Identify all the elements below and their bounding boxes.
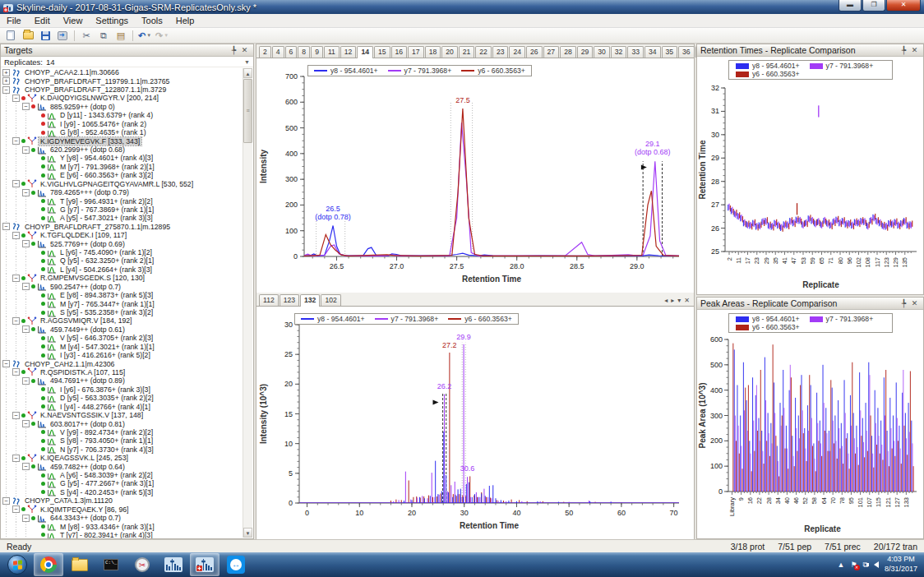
pin-icon[interactable]: ╄ (229, 45, 239, 56)
close-tab-icon[interactable]: ✕ (684, 297, 690, 304)
tree-item-prot[interactable]: −CHOYP_BRAFLDRAFT_275870.1.1|m.12895 (2, 223, 243, 231)
menu-edit[interactable]: Edit (28, 15, 57, 26)
chromatogram-tab-36[interactable]: 36 (678, 46, 695, 58)
tree-item-prot[interactable]: +CHOYP_BRAFLDRAFT_119799.1.1|m.23765 (2, 76, 243, 85)
chevron-down-icon[interactable]: ▼ (244, 59, 250, 65)
chromatogram-tab-8[interactable]: 8 (298, 46, 310, 58)
chromatogram-tab-14[interactable]: 14 (357, 46, 373, 58)
pin-icon[interactable]: ╄ (899, 45, 909, 56)
chromatogram-tab-35[interactable]: 35 (662, 46, 678, 58)
collapse-icon[interactable]: − (12, 137, 20, 145)
collapse-icon[interactable]: − (22, 515, 30, 522)
close-icon[interactable]: ✕ (909, 45, 920, 56)
start-button[interactable] (2, 553, 32, 576)
tree-item-pep[interactable]: −R.GMPEMVSGEDK.S [120, 130] (2, 274, 243, 282)
tree-item-tran[interactable]: E [y6] - 660.3563+ (rank 3)[2] (2, 171, 243, 179)
taskbar-skyline-daily-button[interactable] (190, 553, 219, 576)
tree-item-tran[interactable]: L [y4] - 504.2664+ (rank 3)[3] (2, 265, 243, 274)
chromatogram-top-plot[interactable]: 26.527.027.528.028.529.00100200300400500… (256, 58, 692, 293)
tree-item-tran[interactable]: E [y8] - 894.3873+ (rank 5)[3] (2, 291, 243, 299)
chromatogram-tab-34[interactable]: 34 (644, 46, 661, 58)
tree-item-pep[interactable]: −K.VIGLHVLGPNAGEITQGYAVAMR.L [530, 552] (2, 179, 243, 187)
scroll-up-icon[interactable]: ▲ (243, 68, 252, 78)
collapse-icon[interactable]: − (2, 360, 10, 367)
chromatogram-tab-16[interactable]: 16 (391, 46, 408, 58)
tree-item-tran[interactable]: T [y9] - 996.4931+ (rank 2)[2] (2, 196, 243, 205)
tree-item-tran[interactable]: T [y7] - 802.3941+ (rank 4)[3] (2, 531, 243, 538)
replicate-tab-123[interactable]: 123 (280, 294, 299, 306)
tree-item-tran[interactable]: V [y9] - 892.4734+ (rank 2)[2] (2, 428, 243, 436)
expand-icon[interactable]: + (2, 77, 10, 85)
tree-item-pep[interactable]: −K.NAEVSNTGSSIK.V [137, 148] (2, 411, 243, 419)
chromatogram-tab-32[interactable]: 32 (611, 46, 627, 58)
tree-item-tran[interactable]: Q [y5] - 632.3250+ (rank 2)[1] (2, 256, 243, 265)
tree-item-prot[interactable]: −CHOYP_BRAFLDRAFT_122807.1.1|m.3729 (2, 85, 243, 94)
chromatogram-tab-30[interactable]: 30 (594, 46, 610, 58)
close-icon[interactable]: ✕ (909, 298, 920, 309)
volume-icon[interactable] (874, 561, 879, 568)
tree-item-tran[interactable]: I [y9] - 1065.5476+ (rank 2) (2, 120, 243, 128)
tree-item-tran[interactable]: D [y5] - 563.3035+ (rank 2)[2] (2, 394, 243, 402)
tree-item-tran[interactable]: M [y8] - 933.4346+ (rank 3)[1] (2, 522, 243, 530)
chromatogram-tab-23[interactable]: 23 (492, 46, 509, 58)
chromatogram-tab-11[interactable]: 11 (324, 46, 340, 58)
tree-item-prot[interactable]: +CHOYP_ACAA2.1.1|m.30666 (2, 68, 243, 76)
chromatogram-bottom[interactable]: y8 - 954.4601+y7 - 791.3968+y6 - 660.356… (256, 307, 694, 539)
cut-button[interactable]: ✂ (78, 29, 95, 43)
scrollbar-thumb[interactable] (243, 79, 252, 143)
tree-item-tran[interactable]: G [y8] - 952.4635+ (rank 1) (2, 128, 243, 136)
tree-item-tran[interactable]: M [y7] - 791.3968+ (rank 2)[1] (2, 163, 243, 171)
tree-item-tran[interactable]: Y [y8] - 954.4601+ (rank 4)[3] (2, 154, 243, 162)
tree-item-tran[interactable]: M [y4] - 547.3021+ (rank 1)[1] (2, 343, 243, 351)
tree-item-tran[interactable]: I [y4] - 448.2766+ (rank 4)[1] (2, 402, 243, 410)
collapse-icon[interactable]: − (12, 95, 20, 102)
collapse-icon[interactable]: − (22, 189, 30, 196)
undo-button[interactable]: ↶▼ (136, 29, 153, 43)
taskbar-clock[interactable]: 4:03 PM 8/31/2017 (885, 555, 917, 574)
collapse-icon[interactable]: − (12, 505, 20, 513)
tree-item-tran[interactable]: I [y6] - 676.3876+ (rank 3)[3] (2, 385, 243, 394)
collapse-icon[interactable]: − (12, 180, 20, 187)
new-document-button[interactable] (2, 29, 19, 43)
replicates-selector[interactable]: Replicates: 14 ▼ (1, 57, 253, 67)
collapse-icon[interactable]: − (22, 240, 30, 247)
collapse-icon[interactable]: − (2, 223, 10, 230)
tree-item-prec[interactable]: −620.2999++ (dotp 0.68) (2, 145, 243, 154)
collapse-icon[interactable]: − (2, 86, 10, 94)
collapse-icon[interactable]: − (22, 103, 30, 110)
tree-item-prec[interactable]: −603.8017++ (dotp 0.81) (2, 419, 243, 427)
taskbar-skyline-doc-button[interactable]: ✂ (127, 553, 157, 576)
collapse-icon[interactable]: − (22, 377, 30, 385)
chromatogram-tab-21[interactable]: 21 (459, 46, 475, 58)
open-button[interactable] (20, 29, 36, 43)
tree-item-pep[interactable]: −R.AGGSVMIQR.V [184, 192] (2, 316, 243, 325)
paste-button[interactable]: ▤ (113, 29, 129, 43)
scroll-down-icon[interactable]: ▼ (243, 528, 252, 538)
taskbar-console-button[interactable]: C:\_ (96, 553, 126, 576)
scroll-tabs-left-icon[interactable]: ◂ (664, 297, 668, 304)
tree-item-pep[interactable]: −K.IQEAGSSVK.L [245, 253] (2, 454, 243, 462)
collapse-icon[interactable]: − (22, 325, 30, 333)
peak-areas-plot[interactable]: 0100200300400500600Library91622283440465… (697, 310, 923, 538)
tree-item-tran[interactable]: D [y11] - 1343.6379+ (rank 4) (2, 111, 243, 119)
collapse-icon[interactable]: − (12, 275, 20, 282)
tree-item-prot[interactable]: −CHOYP_CATA.1.3|m.11120 (2, 496, 243, 505)
chromatogram-tab-9[interactable]: 9 (311, 46, 323, 58)
tree-item-tran[interactable]: S [y8] - 793.4050+ (rank 1)[1] (2, 436, 243, 445)
collapse-icon[interactable]: − (12, 455, 20, 462)
chromatogram-tab-29[interactable]: 29 (577, 46, 594, 58)
tab-menu-icon[interactable]: ▾ (677, 297, 681, 304)
taskbar-skyline-button[interactable] (159, 553, 188, 576)
tree-item-tran[interactable]: S [y4] - 420.2453+ (rank 5)[3] (2, 488, 243, 496)
chromatogram-tab-33[interactable]: 33 (627, 46, 644, 58)
tree-item-prec[interactable]: −590.2547++ (dotp 0.7) (2, 283, 243, 291)
retention-times-plot[interactable]: 2526272829303132211172329354147535965718… (697, 57, 923, 294)
tree-item-pep[interactable]: −R.QSPIDISTK.A [107, 115] (2, 368, 243, 376)
copy-button[interactable]: ⧉ (95, 29, 112, 43)
chromatogram-tab-6[interactable]: 6 (285, 46, 298, 58)
chromatogram-tab-15[interactable]: 15 (374, 46, 390, 58)
menu-help[interactable]: Help (169, 15, 201, 26)
chromatogram-tab-27[interactable]: 27 (543, 46, 560, 58)
chromatogram-tab-18[interactable]: 18 (425, 46, 441, 58)
taskbar-chrome-button[interactable] (34, 553, 63, 576)
